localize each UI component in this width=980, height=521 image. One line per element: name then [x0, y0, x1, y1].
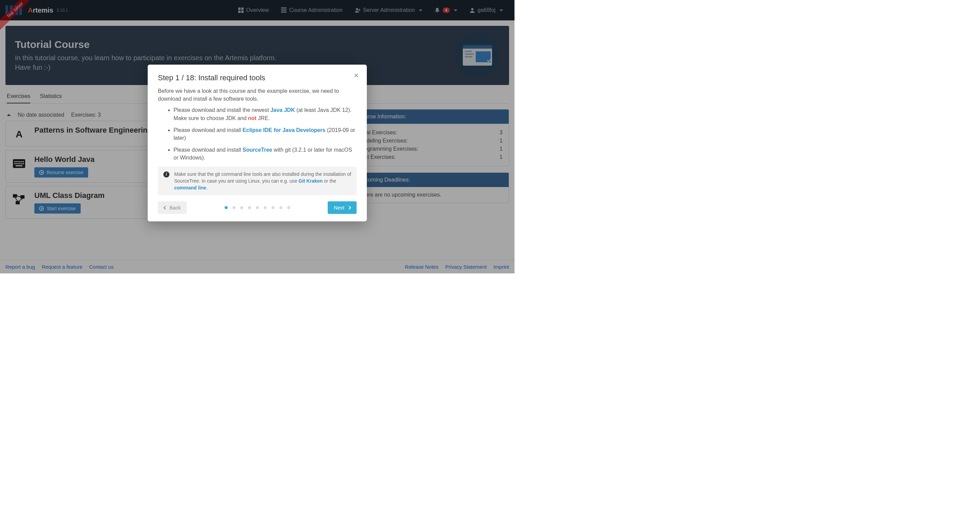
step-dot[interactable]: [256, 206, 259, 209]
commandline-link[interactable]: command line: [174, 185, 206, 191]
step-dots: [191, 206, 324, 209]
chevron-left-icon: [163, 206, 167, 210]
tutorial-modal: × Step 1 / 18: Install required tools Be…: [148, 65, 367, 221]
step-dot[interactable]: [272, 206, 275, 209]
modal-bullet: Please download and install Eclipse IDE …: [173, 126, 356, 142]
modal-bullet: Please download and install the newest J…: [173, 106, 356, 122]
close-icon[interactable]: ×: [354, 71, 359, 79]
modal-intro: Before we have a look at this course and…: [158, 87, 356, 103]
modal-title: Step 1 / 18: Install required tools: [158, 73, 356, 82]
step-dot[interactable]: [248, 206, 251, 209]
back-button: Back: [158, 201, 187, 214]
step-dot[interactable]: [224, 206, 228, 209]
step-dot[interactable]: [279, 206, 282, 209]
modal-tip: i Make sure that the git command line to…: [158, 167, 356, 195]
modal-bullet: Please download and install SourceTree w…: [173, 146, 356, 162]
gitkraken-link[interactable]: Git Kraken: [298, 178, 323, 184]
sourcetree-link[interactable]: SourceTree: [243, 147, 272, 153]
next-button[interactable]: Next: [328, 201, 356, 214]
eclipse-link[interactable]: Eclipse IDE for Java Developers: [243, 127, 326, 133]
chevron-right-icon: [347, 206, 351, 210]
step-dot[interactable]: [232, 206, 235, 209]
java-jdk-link[interactable]: Java JDK: [270, 107, 295, 113]
step-dot[interactable]: [287, 206, 290, 209]
info-icon: i: [163, 172, 169, 178]
step-dot[interactable]: [264, 206, 267, 209]
step-dot[interactable]: [240, 206, 243, 209]
